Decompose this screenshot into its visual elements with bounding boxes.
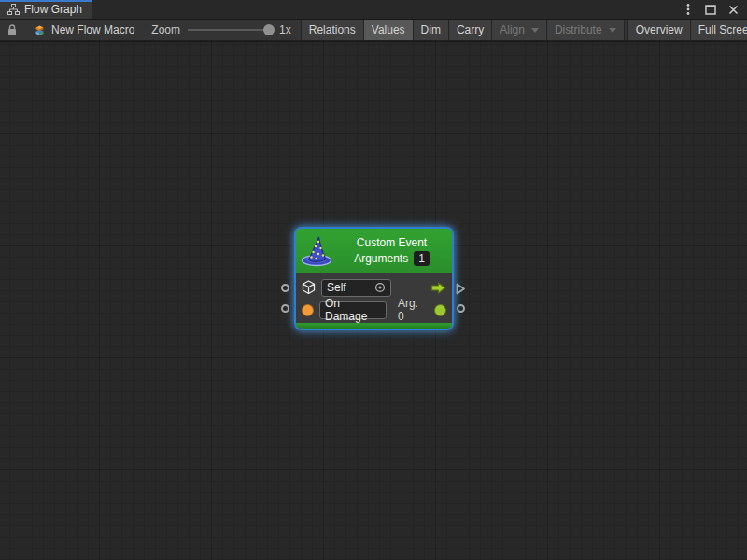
port-self-input[interactable] [281, 284, 289, 292]
distribute-dropdown[interactable]: Distribute [546, 20, 624, 40]
port-trigger-output[interactable] [456, 283, 466, 295]
dim-button[interactable]: Dim [413, 20, 448, 40]
self-target-field[interactable]: Self [321, 279, 391, 297]
tab-bar: Flow Graph [0, 0, 747, 20]
string-port-icon[interactable] [302, 304, 314, 316]
wizard-hat-icon [301, 235, 333, 267]
chevron-down-icon [609, 28, 616, 33]
window-menu-icon[interactable] [680, 1, 697, 18]
lock-button[interactable] [0, 20, 24, 40]
event-name-port-row: On Damage Arg. 0 [302, 300, 446, 320]
arg0-value-port-icon[interactable] [434, 304, 446, 316]
node-footer [296, 323, 452, 329]
event-name-field[interactable]: On Damage [319, 301, 387, 319]
zoom-slider[interactable] [188, 29, 272, 31]
maximize-icon[interactable] [702, 1, 719, 18]
flow-macro-icon [32, 23, 48, 37]
node-arguments-row: Arguments 1 [354, 251, 430, 266]
relations-button[interactable]: Relations [301, 20, 363, 40]
overview-button[interactable]: Overview [627, 20, 690, 40]
macro-label: New Flow Macro [51, 23, 134, 36]
self-port-row: Self [302, 277, 446, 298]
custom-event-node[interactable]: Custom Event Arguments 1 Self [296, 229, 452, 329]
values-button[interactable]: Values [363, 20, 413, 40]
gameobject-cube-icon [302, 280, 316, 295]
zoom-value: 1x [279, 23, 291, 36]
toolbar-right-group: Relations Values Dim Carry Align Distrib… [301, 20, 747, 40]
lock-icon [7, 24, 18, 36]
object-picker-icon[interactable] [374, 282, 386, 293]
port-event-name-input[interactable] [281, 304, 289, 313]
graph-canvas[interactable]: Custom Event Arguments 1 Self [0, 42, 747, 560]
node-header[interactable]: Custom Event Arguments 1 [296, 229, 452, 273]
tab-flow-graph[interactable]: Flow Graph [0, 0, 92, 19]
arg0-label: Arg. 0 [398, 297, 425, 323]
tab-title: Flow Graph [24, 3, 82, 16]
node-title: Custom Event [357, 236, 427, 249]
fullscreen-button[interactable]: Full Screen [690, 20, 747, 40]
macro-button[interactable]: New Flow Macro [24, 20, 142, 40]
close-icon[interactable] [725, 1, 741, 18]
node-body: Self On [296, 273, 452, 323]
window-controls [680, 0, 747, 19]
event-name-value: On Damage [325, 297, 381, 323]
zoom-control: Zoom 1x [142, 20, 300, 40]
graph-toolbar: New Flow Macro Zoom 1x Relations Values … [0, 20, 747, 41]
carry-button[interactable]: Carry [448, 20, 491, 40]
zoom-label: Zoom [151, 23, 180, 36]
chevron-down-icon [531, 28, 539, 33]
arguments-count-field[interactable]: 1 [414, 251, 430, 266]
flow-arrow-icon[interactable] [430, 281, 446, 295]
arguments-label: Arguments [354, 252, 408, 265]
zoom-slider-handle[interactable] [263, 24, 275, 35]
flow-graph-icon [7, 4, 20, 15]
align-dropdown[interactable]: Align [491, 20, 546, 40]
port-arg0-output[interactable] [457, 304, 465, 313]
node-title-block: Custom Event Arguments 1 [339, 236, 444, 266]
self-target-value: Self [327, 281, 346, 294]
